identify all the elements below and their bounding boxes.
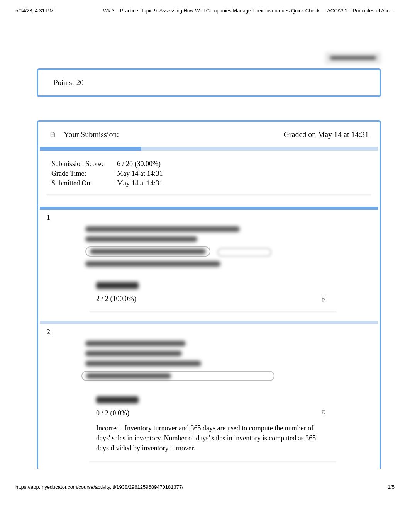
q1-score-bar-fill — [40, 207, 378, 210]
question-2: 2 0 / 2 (0.0%) ⎘ Incorrect. Inventory tu… — [38, 324, 380, 461]
q1-feedback-card: 2 / 2 (100.0%) ⎘ — [89, 277, 336, 311]
q1-number: 1 — [47, 214, 371, 222]
points-value: 20 — [76, 78, 84, 87]
q1-option-blurred[interactable] — [85, 226, 240, 232]
q2-score: 0 / 2 (0.0%) — [96, 409, 129, 417]
q1-option-blurred — [90, 249, 206, 254]
q2-option-blurred[interactable] — [85, 341, 186, 346]
q2-score-bar — [40, 321, 378, 324]
document-icon: 🗎 — [49, 130, 57, 139]
q2-selected-option[interactable] — [81, 371, 274, 381]
points-block: Points:20 — [37, 68, 381, 97]
footer-url: https://app.myeducator.com/course/activi… — [15, 484, 183, 490]
footer-page: 1/5 — [388, 484, 395, 490]
q2-feedback-text: Incorrect. Inventory turnover and 365 da… — [96, 423, 326, 453]
blurred-action-button[interactable] — [325, 52, 381, 64]
q1-selected-option[interactable] — [85, 246, 210, 257]
card-shadow — [47, 194, 371, 197]
print-title: Wk 3 – Practice: Topic 9: Assessing How … — [103, 8, 395, 14]
points-label: Points: — [54, 78, 74, 87]
q2-option-blurred[interactable] — [85, 361, 201, 366]
submission-heading: Your Submission: — [64, 130, 119, 139]
q1-score-bar — [40, 207, 378, 210]
q1-answer-tag-blurred — [217, 248, 271, 257]
submission-score-label: Submission Score: — [51, 160, 117, 168]
expand-icon[interactable]: ⎘ — [322, 409, 326, 418]
feedback-heading-blurred — [96, 396, 139, 403]
q2-number: 2 — [47, 328, 371, 336]
q1-options — [85, 226, 371, 267]
q2-option-blurred[interactable] — [85, 351, 182, 356]
top-button-row — [37, 52, 381, 64]
print-timestamp: 5/14/23, 4:31 PM — [15, 8, 54, 14]
print-header: 5/14/23, 4:31 PM Wk 3 – Practice: Topic … — [0, 0, 410, 14]
expand-icon[interactable]: ⎘ — [322, 294, 326, 303]
submission-info-card: Submission Score: 6 / 20 (30.00%) Grade … — [47, 156, 371, 194]
feedback-heading-blurred — [96, 282, 139, 289]
q1-option-blurred[interactable] — [85, 261, 220, 267]
submitted-on-label: Submitted On: — [51, 179, 117, 187]
submission-block: 🗎 Your Submission: Graded on May 14 at 1… — [37, 120, 381, 469]
submission-score-value: 6 / 20 (30.00%) — [117, 160, 161, 168]
question-1: 1 2 / 2 (100.0%) ⎘ — [38, 210, 380, 311]
q1-score: 2 / 2 (100.0%) — [96, 295, 136, 303]
overall-score-bar-fill — [40, 147, 141, 151]
grade-time-label: Grade Time: — [51, 170, 117, 178]
submitted-on-value: May 14 at 14:31 — [117, 179, 163, 187]
graded-on-text: Graded on May 14 at 14:31 — [283, 130, 369, 139]
q2-feedback-card: 0 / 2 (0.0%) ⎘ Incorrect. Inventory turn… — [89, 391, 336, 461]
q1-option-blurred[interactable] — [85, 236, 197, 242]
q2-options — [85, 341, 371, 381]
overall-score-bar — [40, 147, 378, 151]
submission-header: 🗎 Your Submission: Graded on May 14 at 1… — [38, 122, 380, 147]
print-footer: https://app.myeducator.com/course/activi… — [0, 484, 410, 490]
grade-time-value: May 14 at 14:31 — [117, 170, 163, 178]
q2-option-blurred — [86, 373, 171, 379]
page-content: Points:20 🗎 Your Submission: Graded on M… — [0, 14, 410, 469]
